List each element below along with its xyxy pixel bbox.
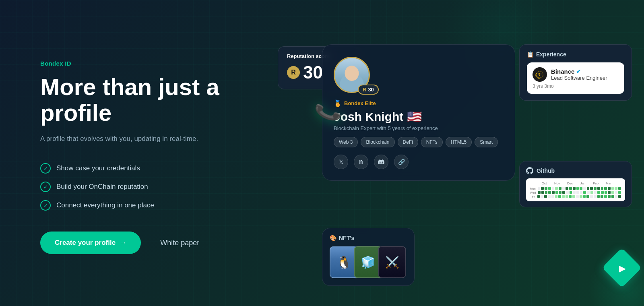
profile-name: Josh Knight 🇺🇸 — [334, 110, 504, 124]
link-icon[interactable]: 🔗 — [394, 155, 409, 169]
profile-bio: Blockchain Expert with 5 years of experi… — [334, 125, 504, 131]
day-label: Mon — [530, 187, 537, 190]
elite-badge: 🏅 Bondex Elite — [334, 99, 504, 107]
calendar-cell — [566, 191, 569, 194]
calendar-cell — [541, 187, 544, 190]
avatar-area: R 30 — [334, 57, 504, 93]
brand-label: Bondex ID — [40, 60, 242, 67]
check-icon-2: ✓ — [40, 182, 51, 192]
calendar-cell — [538, 191, 541, 194]
github-calendar: Oct Nov Dec Jan Feb Mar MonWedFri — [526, 178, 625, 201]
github-label: Github — [537, 167, 555, 174]
calendar-cell — [555, 195, 558, 198]
month-jan: Jan — [577, 182, 589, 185]
calendar-cell — [601, 195, 603, 198]
month-feb: Feb — [590, 182, 602, 185]
calendar-cell — [576, 191, 579, 194]
calendar-cell — [544, 195, 547, 198]
create-profile-button[interactable]: Create your profile → — [40, 232, 141, 254]
calendar-cell — [562, 195, 565, 198]
feature-item-2: ✓ Build your OnChain reputation — [40, 182, 242, 192]
calendar-cell — [555, 191, 558, 194]
discord-icon[interactable] — [374, 155, 388, 169]
calendar-cell — [558, 195, 561, 198]
main-container: Bondex ID More than just a profile A pro… — [0, 0, 644, 306]
calendar-cell — [611, 191, 614, 194]
play-diamond-shape — [602, 248, 642, 288]
calendar-cell — [611, 187, 614, 190]
github-header: Github — [526, 167, 625, 174]
calendar-cell — [615, 195, 618, 198]
exp-role: Lead Software Engineer — [551, 75, 607, 81]
calendar-cell — [604, 195, 607, 198]
skill-web3: Web 3 — [334, 137, 358, 147]
skill-html5: HTML5 — [446, 137, 472, 147]
calendar-cell — [608, 191, 611, 194]
calendar-months: Oct Nov Dec Jan Feb Mar — [530, 182, 621, 185]
create-profile-label: Create your profile — [55, 239, 116, 247]
calendar-cell — [559, 187, 561, 190]
calendar-grid: MonWedFri — [530, 187, 621, 198]
arrow-icon: → — [120, 239, 126, 247]
nft-emoji: 🎨 — [330, 235, 336, 241]
calendar-cell — [580, 187, 582, 190]
skills-row: Web 3 Blockchain DeFi NFTs HTML5 Smart — [334, 137, 504, 147]
calendar-cell — [576, 195, 579, 198]
calendar-cell — [615, 191, 618, 194]
calendar-row: Wed — [530, 191, 621, 194]
nft-image-dark — [378, 246, 406, 278]
skill-blockchain: Blockchain — [361, 137, 394, 147]
calendar-cell — [608, 187, 611, 190]
calendar-cell — [541, 195, 543, 198]
month-mar: Mar — [603, 182, 615, 185]
calendar-cell — [608, 195, 611, 198]
calendar-cell — [586, 195, 589, 198]
twitter-icon[interactable]: 𝕏 — [334, 155, 348, 169]
verified-tick: ✔ — [576, 68, 581, 75]
skill-smart: Smart — [475, 137, 498, 147]
day-label: Wed — [530, 191, 537, 194]
left-panel: Bondex ID More than just a profile A pro… — [0, 0, 274, 306]
calendar-cell — [548, 195, 551, 198]
calendar-cell — [583, 187, 586, 190]
experience-card: 📋 Experience — [519, 44, 632, 101]
calendar-cell — [587, 187, 590, 190]
calendar-cell — [597, 187, 600, 190]
calendar-cell — [562, 187, 565, 190]
calendar-cell — [545, 187, 547, 190]
calendar-cell — [566, 187, 568, 190]
month-nov: Nov — [551, 182, 563, 185]
play-button[interactable] — [608, 254, 636, 282]
experience-header: 📋 Experience — [527, 51, 624, 58]
feature-item-1: ✓ Show case your credentials — [40, 163, 242, 174]
calendar-cell — [587, 191, 590, 194]
avatar-score-badge: R 30 — [358, 85, 379, 95]
calendar-cell — [583, 191, 586, 194]
calendar-cell — [601, 191, 604, 194]
network-icon[interactable]: n — [354, 155, 368, 169]
calendar-cell — [580, 191, 583, 194]
calendar-cell — [555, 187, 558, 190]
calendar-row: Fri — [530, 195, 621, 198]
reputation-number: 30 — [303, 62, 323, 83]
month-dec: Dec — [564, 182, 576, 185]
calendar-cell — [590, 191, 593, 194]
calendar-cell — [594, 191, 597, 194]
calendar-cell — [551, 195, 554, 198]
calendar-cell — [580, 195, 582, 198]
feature-text-1: Show case your credentials — [56, 164, 140, 172]
calendar-cell — [552, 187, 555, 190]
calendar-cell — [583, 195, 586, 198]
skill-nfts: NFTs — [421, 137, 443, 147]
experience-item: Binance ✔ Lead Software Engineer 3 yrs 3… — [527, 62, 624, 94]
white-paper-link[interactable]: White paper — [160, 239, 199, 247]
company-name: Binance ✔ — [551, 68, 607, 75]
calendar-cell — [538, 187, 541, 190]
sub-heading: A profile that evolves with you, updatin… — [40, 134, 242, 144]
calendar-cell — [541, 191, 544, 194]
calendar-cell — [604, 187, 607, 190]
calendar-cell — [615, 187, 617, 190]
calendar-cell — [590, 187, 593, 190]
reputation-icon: R — [287, 66, 300, 79]
calendar-row: Mon — [530, 187, 621, 190]
